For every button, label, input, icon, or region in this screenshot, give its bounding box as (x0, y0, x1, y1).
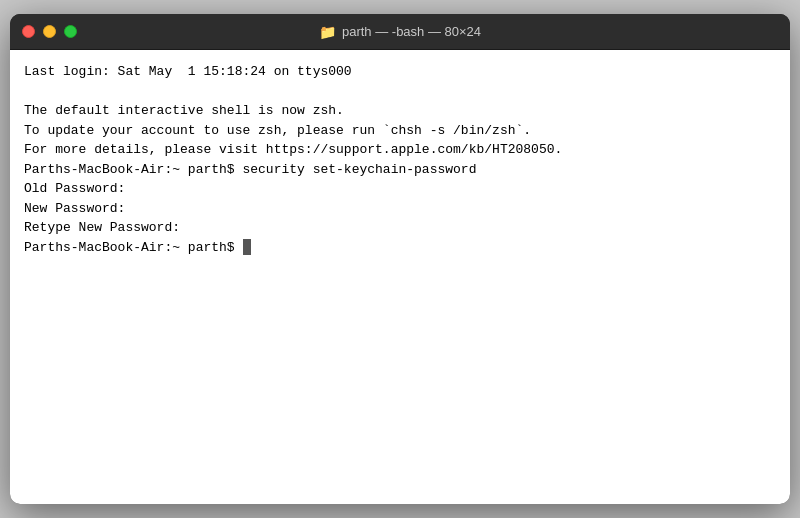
close-button[interactable] (22, 25, 35, 38)
titlebar: 📁 parth — -bash — 80×24 (10, 14, 790, 50)
terminal-cursor (243, 239, 251, 255)
terminal-output: Last login: Sat May 1 15:18:24 on ttys00… (24, 62, 776, 257)
title-text: parth — -bash — 80×24 (342, 24, 481, 39)
terminal-window: 📁 parth — -bash — 80×24 Last login: Sat … (10, 14, 790, 504)
folder-icon: 📁 (319, 24, 336, 40)
maximize-button[interactable] (64, 25, 77, 38)
traffic-lights (22, 25, 77, 38)
terminal-body[interactable]: Last login: Sat May 1 15:18:24 on ttys00… (10, 50, 790, 504)
window-title: 📁 parth — -bash — 80×24 (319, 24, 481, 40)
minimize-button[interactable] (43, 25, 56, 38)
